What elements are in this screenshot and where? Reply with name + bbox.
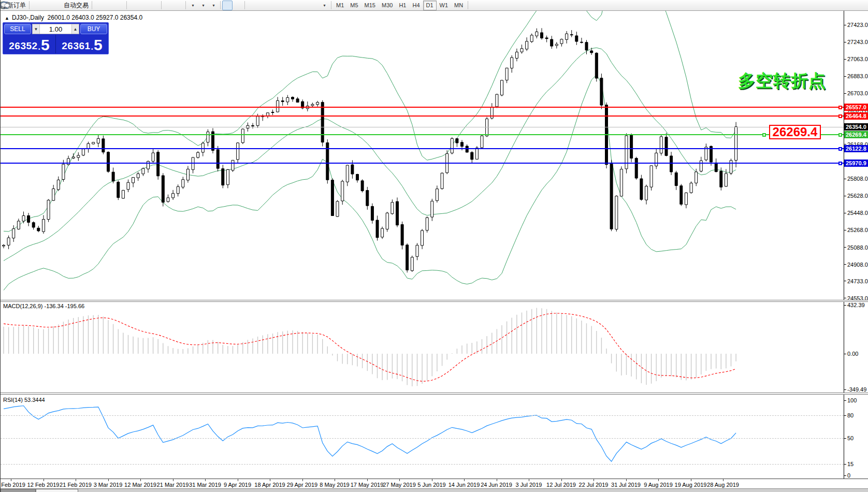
timeframe-button-MN[interactable]: MN <box>451 1 466 10</box>
date-axis[interactable]: 3 Feb 201912 Feb 201921 Feb 20193 Mar 20… <box>1 479 868 488</box>
line-end-marker[interactable] <box>838 114 842 118</box>
candlestick-button[interactable] <box>104 1 114 10</box>
timeframe-button-M5[interactable]: M5 <box>347 1 361 10</box>
volume-field[interactable]: 1.00 <box>40 24 71 34</box>
price-badge-black: 26354.0 <box>844 123 868 131</box>
templates-button[interactable]: ▾ <box>208 1 219 10</box>
level-line-blue[interactable] <box>1 148 844 149</box>
rsi-tick-mark <box>844 475 846 476</box>
date-label: 17 May 2019 <box>351 482 384 488</box>
search-button[interactable] <box>770 1 780 10</box>
toolbar-separator <box>29 1 30 9</box>
price-callout-box[interactable]: 26269.4 <box>769 125 821 139</box>
rsi-tick-mark <box>844 438 846 439</box>
price-tick-mark <box>844 230 846 230</box>
toolbar-separator <box>331 1 331 9</box>
dropdown-caret-icon: ▾ <box>323 3 325 8</box>
level-line-blue[interactable] <box>1 163 844 164</box>
level-line-red[interactable] <box>1 115 844 117</box>
date-label: 19 Aug 2019 <box>675 482 707 488</box>
timeframe-button-M30[interactable]: M30 <box>379 1 396 10</box>
price-tick-label: 27243.0 <box>847 39 868 45</box>
rsi-level-line <box>1 464 844 465</box>
vertical-line-button[interactable] <box>247 1 257 10</box>
equidistant-channel-button[interactable]: E <box>278 1 288 10</box>
horizontal-line-button[interactable] <box>257 1 267 10</box>
chat-button[interactable] <box>780 1 791 10</box>
trendline-button[interactable] <box>267 1 278 10</box>
timeframe-button-W1[interactable]: W1 <box>437 1 452 10</box>
auto-scroll-button[interactable] <box>163 1 173 10</box>
date-label: 12 Feb 2019 <box>27 482 60 488</box>
indicators-button[interactable]: ▾ <box>187 1 198 10</box>
rsi-tick-mark <box>844 415 846 416</box>
chart-text-annotation[interactable]: 多空转折点 <box>738 69 826 93</box>
community-button[interactable] <box>41 1 52 10</box>
line-chart-button[interactable] <box>114 1 125 10</box>
level-line-red[interactable] <box>1 107 844 108</box>
date-tick-mark <box>140 479 141 481</box>
date-tick-mark <box>367 479 368 481</box>
bar-chart-button[interactable] <box>94 1 104 10</box>
date-label: 21 Feb 2019 <box>60 482 92 488</box>
chart-tab[interactable] <box>1 489 36 492</box>
sell-button[interactable]: SELL <box>4 24 31 34</box>
collapse-panel-icon[interactable]: ▲ <box>5 16 9 21</box>
tile-windows-button[interactable] <box>149 1 160 10</box>
price-tick-label: 25088.0 <box>847 244 868 251</box>
zoom-out-button[interactable] <box>139 1 149 10</box>
autotrading-button[interactable]: 自动交易 <box>62 1 90 10</box>
level-line-green[interactable] <box>1 134 844 135</box>
line-end-marker[interactable] <box>838 106 842 109</box>
sell-price[interactable]: 26352 . 5 <box>3 35 56 53</box>
timeframe-button-H1[interactable]: H1 <box>396 1 409 10</box>
fibonacci-button[interactable]: F <box>288 1 298 10</box>
rsi-tick-mark <box>844 400 846 401</box>
text-button[interactable]: A <box>298 1 309 10</box>
buy-button[interactable]: BUY <box>80 24 107 34</box>
panel-separator[interactable] <box>1 393 868 395</box>
volume-decrease-button[interactable]: ▼ <box>33 24 40 34</box>
signals-button[interactable] <box>52 1 62 10</box>
line-end-marker[interactable] <box>762 133 766 137</box>
date-label: 31 Jul 2019 <box>611 482 641 488</box>
main-chart-canvas <box>1 11 844 300</box>
price-tick-mark <box>844 196 846 196</box>
timeframe-button-D1[interactable]: D1 <box>423 1 437 10</box>
chart-tab-active[interactable] <box>36 489 78 492</box>
price-badge-blue: 25970.9 <box>844 160 868 167</box>
crosshair-button[interactable] <box>233 1 243 10</box>
panel-separator[interactable] <box>1 300 868 302</box>
date-tick-mark <box>691 479 691 481</box>
zoom-in-button[interactable] <box>128 1 139 10</box>
date-tick-mark <box>399 479 400 481</box>
periods-button[interactable]: ▾ <box>198 1 208 10</box>
timeframe-button-H4[interactable]: H4 <box>409 1 423 10</box>
timeframe-button-M15[interactable]: M15 <box>361 1 379 10</box>
timeframe-button-M1[interactable]: M1 <box>333 1 347 10</box>
new-order-label: 新订单 <box>7 1 26 10</box>
chart-shift-button[interactable] <box>173 1 184 10</box>
rsi-line <box>4 406 736 462</box>
volume-increase-button[interactable]: ▲ <box>71 24 79 34</box>
macd-tick-mark <box>844 354 846 354</box>
market-button[interactable] <box>31 1 41 10</box>
arrows-button[interactable]: ▾ <box>319 1 329 10</box>
line-end-marker[interactable] <box>838 162 842 165</box>
date-label: 8 May 2019 <box>320 482 349 488</box>
text-label-button[interactable]: T <box>309 1 319 10</box>
bullish-candle-bodies <box>3 32 737 270</box>
price-tick-label: 26883.0 <box>847 73 868 79</box>
price-tick-mark <box>844 179 846 179</box>
macd-indicator-label: MACD(12,26,9) -136.34 -195.66 <box>3 303 84 309</box>
cursor-button[interactable] <box>222 1 233 10</box>
rsi-level-line <box>1 438 844 439</box>
date-tick-mark <box>11 479 11 481</box>
rsi-indicator-label: RSI(14) 53.3444 <box>3 397 45 403</box>
line-end-marker[interactable] <box>838 133 842 137</box>
line-end-marker[interactable] <box>838 147 842 151</box>
timeframe-bar: M1M5M15M30H1H4D1W1MN <box>333 1 466 10</box>
buy-price[interactable]: 26361 . 5 <box>56 35 108 53</box>
price-tick-mark <box>844 264 846 265</box>
toolbar-separator <box>220 1 221 9</box>
